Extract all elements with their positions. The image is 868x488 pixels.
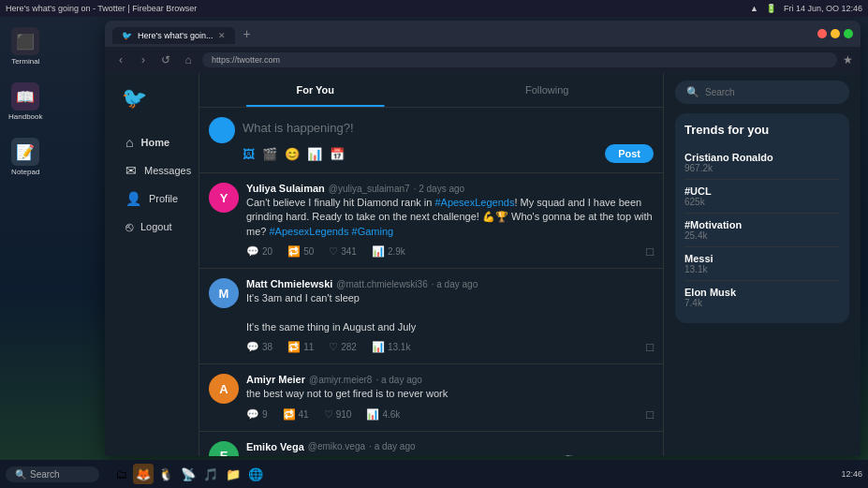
tweet-3-views[interactable]: 📊4.6k bbox=[366, 408, 400, 421]
compose-image-icon[interactable]: 🖼 bbox=[243, 147, 255, 161]
desktop-icon-terminal[interactable]: ⬛ Terminal bbox=[5, 23, 46, 69]
taskbar-app-linux[interactable]: 🐧 bbox=[155, 464, 176, 484]
compose-gif-icon[interactable]: 🎬 bbox=[262, 147, 277, 161]
tweet-3-header: Amiyr Meier @amiyr.meier8 · a day ago bbox=[246, 374, 654, 385]
taskbar-search-icon: 🔍 bbox=[15, 469, 26, 480]
tweet-3-reply[interactable]: 💬9 bbox=[246, 408, 268, 421]
taskbar-top-right: ▲ 🔋 Fri 14 Jun, OO 12:46 bbox=[750, 4, 862, 13]
trend-2-count: 25.4k bbox=[684, 230, 840, 241]
home-nav-icon: ⌂ bbox=[125, 135, 133, 150]
desktop-icon-handbook[interactable]: 📖 Handbook bbox=[5, 79, 46, 125]
tweet-2-retweet[interactable]: 🔁11 bbox=[287, 341, 314, 353]
taskbar-app-files[interactable]: 📁 bbox=[223, 464, 243, 484]
url-text: https://twotter.com bbox=[212, 55, 280, 65]
messages-nav-label: Messages bbox=[144, 165, 191, 176]
taskbar-app-network[interactable]: 📡 bbox=[178, 464, 199, 484]
notepad-icon: 📝 bbox=[11, 138, 39, 166]
taskbar-app-music[interactable]: 🎵 bbox=[200, 464, 221, 484]
trend-0-count: 967.2k bbox=[684, 163, 840, 173]
tweet-3-actions: 💬9 🔁41 ♡910 📊4.6k □ bbox=[246, 407, 654, 421]
browser-window-controls bbox=[817, 29, 853, 38]
nav-item-messages[interactable]: ✉ Messages bbox=[118, 157, 190, 184]
search-input[interactable] bbox=[705, 87, 838, 97]
window-title: Here's what's going on - Twotter | Fireb… bbox=[6, 4, 197, 13]
tab-title: Here's what's goin... bbox=[138, 31, 213, 40]
taskbar-search[interactable]: 🔍 Search bbox=[6, 466, 99, 482]
tweet-3-avatar: A bbox=[209, 374, 239, 404]
tweet-1-retweet[interactable]: 🔁50 bbox=[287, 245, 314, 258]
notepad-label: Notepad bbox=[11, 168, 39, 176]
tweet-3-body: Amiyr Meier @amiyr.meier8 · a day ago th… bbox=[246, 374, 654, 421]
terminal-icon: ⬛ bbox=[11, 27, 39, 55]
trend-item-3[interactable]: Messi 13.1k bbox=[684, 247, 840, 281]
trend-item-4[interactable]: Elon Musk 7.4k bbox=[684, 281, 840, 314]
tweet-1-views[interactable]: 📊2.9k bbox=[372, 245, 405, 258]
tweet-2-reply[interactable]: 💬38 bbox=[246, 341, 272, 353]
profile-nav-label: Profile bbox=[149, 193, 178, 204]
tweet-3-retweet[interactable]: 🔁41 bbox=[283, 408, 309, 421]
tweet-4-handle: @emiko.vega bbox=[308, 441, 365, 451]
trend-item-1[interactable]: #UCL 625k bbox=[684, 180, 840, 214]
tweet-3-more[interactable]: □ bbox=[646, 407, 654, 421]
address-bar[interactable]: https://twotter.com bbox=[202, 52, 837, 67]
profile-nav-icon: 👤 bbox=[125, 191, 141, 206]
tweet-2-name: Matt Chmielewski bbox=[246, 278, 332, 289]
handbook-label: Handbook bbox=[8, 112, 42, 121]
trend-item-0[interactable]: Cristiano Ronaldo 967.2k bbox=[684, 146, 840, 180]
forward-button[interactable]: › bbox=[135, 52, 152, 68]
back-button[interactable]: ‹ bbox=[112, 52, 129, 68]
tweet-4-body: Emiko Vega @emiko.vega · a day ago Just … bbox=[246, 441, 654, 456]
tweet-1-reply[interactable]: 💬20 bbox=[246, 245, 272, 258]
compose-placeholder[interactable]: What is happening?! bbox=[243, 117, 654, 139]
compose-emoji-icon[interactable]: 😊 bbox=[285, 147, 300, 161]
browser-titlebar: 🐦 Here's what's goin... ✕ + bbox=[105, 21, 861, 47]
system-tray-time: 12:46 bbox=[841, 469, 862, 479]
tab-close-button[interactable]: ✕ bbox=[218, 32, 226, 40]
trend-4-name: Elon Musk bbox=[684, 287, 840, 298]
window-maximize-button[interactable] bbox=[844, 29, 853, 38]
nav-item-profile[interactable]: 👤 Profile bbox=[118, 185, 190, 212]
reload-button[interactable]: ↺ bbox=[157, 52, 174, 68]
taskbar-app-web[interactable]: 🌐 bbox=[245, 464, 266, 484]
taskbar-app-browser[interactable]: 🦊 bbox=[133, 464, 154, 484]
tweet-1-text: Can't believe I finally hit Diamond rank… bbox=[246, 196, 654, 239]
tweet-2-more[interactable]: □ bbox=[646, 340, 654, 354]
tweet-2-views[interactable]: 📊13.1k bbox=[372, 341, 410, 353]
tweet-2-like[interactable]: ♡282 bbox=[329, 341, 357, 353]
tab-following[interactable]: Following bbox=[432, 73, 664, 107]
tweet-1-actions: 💬20 🔁50 ♡341 📊2.9k □ bbox=[246, 244, 654, 259]
window-close-button[interactable] bbox=[817, 29, 827, 38]
browser-toolbar: ‹ › ↺ ⌂ https://twotter.com ★ bbox=[105, 47, 861, 73]
tab-favicon: 🐦 bbox=[122, 31, 132, 40]
compose-avatar bbox=[209, 117, 235, 143]
desktop-icon-notepad[interactable]: 📝 Notepad bbox=[5, 134, 46, 180]
search-box[interactable]: 🔍 bbox=[675, 81, 849, 104]
new-tab-button[interactable]: + bbox=[237, 26, 256, 41]
trend-1-name: #UCL bbox=[684, 185, 840, 197]
messages-nav-icon: ✉ bbox=[125, 163, 137, 178]
trend-2-name: #Motivation bbox=[684, 219, 840, 230]
twitter-right-sidebar: 🔍 Trends for you Cristiano Ronaldo 967.2… bbox=[664, 73, 861, 456]
tweet-2-avatar: M bbox=[209, 278, 239, 308]
tweet-1-more[interactable]: □ bbox=[646, 244, 654, 259]
nav-item-logout[interactable]: ⎋ Logout bbox=[118, 214, 190, 240]
compose-schedule-icon[interactable]: 📅 bbox=[330, 147, 345, 161]
taskbar-right-icons: 12:46 bbox=[841, 469, 862, 479]
tweet-3-like[interactable]: ♡910 bbox=[324, 408, 352, 421]
post-button[interactable]: Post bbox=[605, 144, 654, 163]
handbook-icon: 📖 bbox=[11, 82, 39, 111]
compose-poll-icon[interactable]: 📊 bbox=[307, 147, 322, 161]
window-minimize-button[interactable] bbox=[831, 29, 840, 38]
bookmark-button[interactable]: ★ bbox=[843, 53, 853, 67]
taskbar-search-label: Search bbox=[30, 469, 60, 480]
nav-item-home[interactable]: ⌂ Home bbox=[118, 129, 190, 155]
tab-for-you[interactable]: For You bbox=[199, 73, 432, 107]
tweet-2-body: Matt Chmielewski @matt.chmielewski36 · a… bbox=[246, 278, 654, 354]
taskbar-app-filemgr[interactable]: 🗂 bbox=[110, 464, 131, 484]
tweet-1-like[interactable]: ♡341 bbox=[329, 245, 357, 258]
browser-tab-active[interactable]: 🐦 Here's what's goin... ✕ bbox=[112, 27, 235, 44]
home-button[interactable]: ⌂ bbox=[180, 52, 197, 68]
trend-item-2[interactable]: #Motivation 25.4k bbox=[684, 214, 840, 247]
tweet-1-time: · 2 days ago bbox=[414, 184, 465, 194]
twitter-app: 🐦 ⌂ Home ✉ Messages 👤 Profile ⎋ bbox=[105, 73, 861, 456]
